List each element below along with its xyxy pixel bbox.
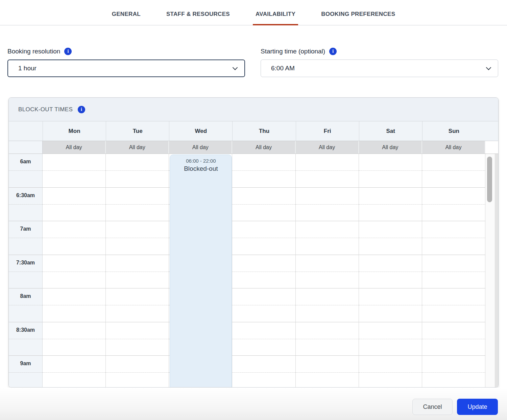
- time-slot-cell-tue[interactable]: [106, 221, 169, 255]
- day-header-sun: Sun: [422, 121, 485, 141]
- controls-row: Booking resolution i 1 hour Starting tim…: [0, 25, 507, 77]
- day-header-row: MonTueWedThuFriSatSun: [9, 121, 498, 141]
- time-slot-cell-mon[interactable]: [43, 154, 106, 188]
- time-slot-cell-mon[interactable]: [43, 322, 106, 356]
- info-icon[interactable]: i: [329, 48, 337, 55]
- time-row-8am: 8am: [9, 288, 485, 322]
- blockout-panel-header: BLOCK-OUT TIMES i: [9, 98, 498, 121]
- time-slot-cell-sun[interactable]: [422, 154, 485, 188]
- allday-cell-tue[interactable]: All day: [106, 141, 169, 154]
- booking-resolution-label: Booking resolution: [7, 48, 60, 55]
- time-slot-cell-sat[interactable]: [359, 356, 422, 387]
- time-slot-cell-mon[interactable]: [43, 288, 106, 322]
- allday-cell-mon[interactable]: All day: [43, 141, 106, 154]
- time-slot-cell-sat[interactable]: [359, 288, 422, 322]
- chevron-down-icon: [486, 65, 491, 70]
- time-slot-cell-tue[interactable]: [106, 154, 169, 188]
- blockout-panel: BLOCK-OUT TIMES i MonTueWedThuFriSatSun …: [8, 97, 499, 388]
- time-slot-cell-tue[interactable]: [106, 322, 169, 356]
- time-slot-cell-thu[interactable]: [232, 221, 295, 255]
- time-slot-cell-fri[interactable]: [296, 322, 359, 356]
- time-slot-cell-tue[interactable]: [106, 288, 169, 322]
- blocked-out-event[interactable]: 06:00 - 22:00 Blocked-out: [170, 155, 232, 387]
- time-gutter-label: 7:30am: [9, 255, 43, 289]
- allday-cell-wed[interactable]: All day: [169, 141, 232, 154]
- time-slot-cell-mon[interactable]: [43, 356, 106, 387]
- time-slot-cell-sun[interactable]: [422, 221, 485, 255]
- time-slot-cell-tue[interactable]: [106, 188, 169, 221]
- time-slot-cell-fri[interactable]: [296, 255, 359, 289]
- time-slot-cell-sat[interactable]: [359, 322, 422, 356]
- booking-resolution-value: 1 hour: [18, 65, 37, 72]
- time-slot-cell-sat[interactable]: [359, 188, 422, 221]
- allday-cell-fri[interactable]: All day: [296, 141, 359, 154]
- time-gutter-label: 8:30am: [9, 322, 43, 356]
- time-gutter-label: 6am: [9, 154, 43, 188]
- time-slot-cell-fri[interactable]: [296, 356, 359, 387]
- update-button[interactable]: Update: [457, 399, 498, 415]
- time-slot-cell-fri[interactable]: [296, 221, 359, 255]
- time-slot-cell-fri[interactable]: [296, 188, 359, 221]
- time-slot-cell-sun[interactable]: [422, 288, 485, 322]
- time-slot-cell-mon[interactable]: [43, 221, 106, 255]
- time-slot-cell-thu[interactable]: [232, 255, 295, 289]
- blockout-title: BLOCK-OUT TIMES: [18, 106, 73, 113]
- grid-right-edge: [495, 154, 498, 387]
- time-gutter-label: 7am: [9, 221, 43, 255]
- vertical-scrollbar[interactable]: [485, 154, 494, 387]
- allday-cell-thu[interactable]: All day: [232, 141, 295, 154]
- day-header-wed: Wed: [169, 121, 232, 141]
- time-gutter-label: 6:30am: [9, 188, 43, 221]
- scrollbar-thumb[interactable]: [487, 157, 492, 202]
- day-header-mon: Mon: [43, 121, 106, 141]
- info-icon[interactable]: i: [78, 106, 85, 113]
- time-slot-cell-thu[interactable]: [232, 322, 295, 356]
- time-gutter-header: [9, 121, 43, 141]
- time-slot-cell-sun[interactable]: [422, 322, 485, 356]
- allday-gutter-cell: [9, 141, 43, 154]
- cancel-button[interactable]: Cancel: [412, 399, 453, 415]
- time-slot-cell-tue[interactable]: [106, 356, 169, 387]
- time-gutter-label: 8am: [9, 288, 43, 322]
- event-time-range: 06:00 - 22:00: [170, 158, 232, 164]
- allday-cell-sun[interactable]: All day: [422, 141, 485, 154]
- tab-booking-preferences[interactable]: BOOKING PREFERENCES: [318, 11, 398, 25]
- event-label: Blocked-out: [170, 165, 232, 172]
- time-slot-cell-sat[interactable]: [359, 255, 422, 289]
- time-slot-cell-thu[interactable]: [232, 154, 295, 188]
- booking-resolution-select[interactable]: 1 hour: [7, 60, 245, 77]
- starting-time-value: 6:00 AM: [271, 65, 295, 72]
- time-slot-cell-sun[interactable]: [422, 356, 485, 387]
- time-slot-cell-sun[interactable]: [422, 255, 485, 289]
- time-slot-cell-thu[interactable]: [232, 288, 295, 322]
- tab-staff-resources[interactable]: STAFF & RESOURCES: [164, 11, 233, 25]
- time-row-9am: 9am: [9, 356, 485, 387]
- time-row-630am: 6:30am: [9, 188, 485, 221]
- tab-bar: GENERAL STAFF & RESOURCES AVAILABILITY B…: [0, 0, 507, 25]
- starting-time-select[interactable]: 6:00 AM: [261, 60, 498, 77]
- time-row-7am: 7am: [9, 221, 485, 255]
- footer-actions: Cancel Update: [0, 388, 507, 420]
- time-slot-cell-fri[interactable]: [296, 288, 359, 322]
- allday-cell-sat[interactable]: All day: [359, 141, 422, 154]
- tab-general[interactable]: GENERAL: [109, 11, 143, 25]
- day-header-sat: Sat: [359, 121, 422, 141]
- time-row-830am: 8:30am: [9, 322, 485, 356]
- starting-time-label: Starting time (optional): [261, 48, 325, 55]
- day-header-tue: Tue: [106, 121, 169, 141]
- time-slot-cell-thu[interactable]: [232, 356, 295, 387]
- time-slot-cell-sat[interactable]: [359, 154, 422, 188]
- starting-time-field: Starting time (optional) i 6:00 AM: [261, 48, 498, 77]
- time-slot-cell-mon[interactable]: [43, 255, 106, 289]
- time-slot-cell-mon[interactable]: [43, 188, 106, 221]
- tab-availability[interactable]: AVAILABILITY: [253, 11, 298, 25]
- time-slot-cell-fri[interactable]: [296, 154, 359, 188]
- time-slot-cell-sat[interactable]: [359, 221, 422, 255]
- time-slot-cell-sun[interactable]: [422, 188, 485, 221]
- time-row-6am: 6am: [9, 154, 485, 188]
- time-slot-cell-thu[interactable]: [232, 188, 295, 221]
- availability-settings-page: GENERAL STAFF & RESOURCES AVAILABILITY B…: [0, 0, 507, 420]
- time-gutter-label: 9am: [9, 356, 43, 387]
- time-slot-cell-tue[interactable]: [106, 255, 169, 289]
- info-icon[interactable]: i: [64, 48, 72, 55]
